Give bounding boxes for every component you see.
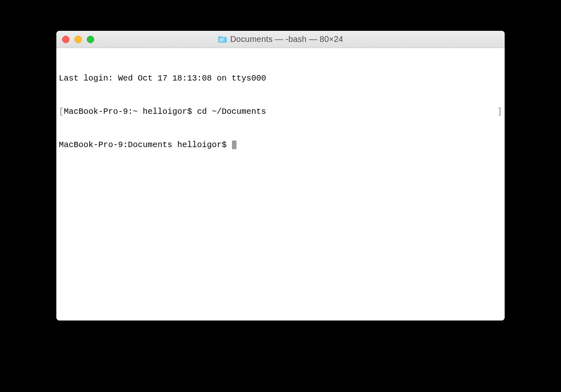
shell-prompt: MacBook-Pro-9:~ helloigor$	[64, 107, 197, 116]
svg-rect-0	[220, 38, 224, 39]
shell-command: cd ~/Documents	[197, 107, 266, 116]
terminal-line: MacBook-Pro-9:Documents helloigor$	[59, 139, 502, 150]
terminal-window: Documents — -bash — 80×24 Last login: We…	[56, 31, 505, 321]
terminal-content[interactable]: Last login: Wed Oct 17 18:13:08 on ttys0…	[56, 48, 505, 321]
traffic-lights	[62, 36, 94, 43]
minimize-button[interactable]	[74, 36, 82, 43]
titlebar[interactable]: Documents — -bash — 80×24	[56, 31, 505, 48]
bracket-right-icon: ]	[497, 106, 502, 117]
bracket-left-icon: [	[59, 107, 64, 116]
folder-icon	[218, 36, 227, 43]
last-login-text: Last login: Wed Oct 17 18:13:08 on ttys0…	[59, 74, 266, 83]
window-title: Documents — -bash — 80×24	[230, 35, 343, 44]
zoom-button[interactable]	[87, 36, 94, 43]
terminal-line: Last login: Wed Oct 17 18:13:08 on ttys0…	[59, 73, 502, 84]
svg-rect-2	[220, 40, 223, 41]
svg-rect-1	[220, 39, 224, 40]
close-button[interactable]	[62, 36, 70, 43]
window-title-wrap: Documents — -bash — 80×24	[56, 35, 505, 44]
cursor	[232, 141, 236, 149]
terminal-line: [MacBook-Pro-9:~ helloigor$ cd ~/Documen…	[59, 106, 502, 117]
shell-prompt: MacBook-Pro-9:Documents helloigor$	[59, 140, 232, 150]
